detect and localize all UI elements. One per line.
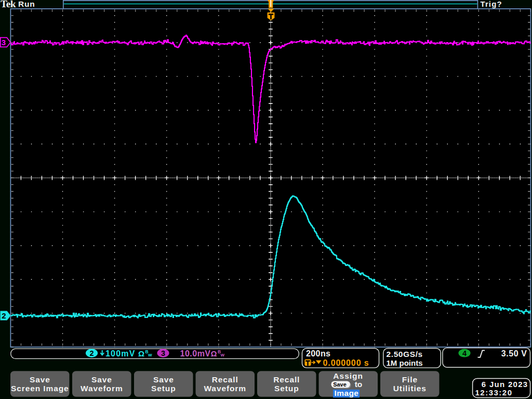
svg-text:2.50GS/s: 2.50GS/s xyxy=(387,350,423,358)
svg-text:Waveform: Waveform xyxy=(81,384,123,393)
svg-text:1M points: 1M points xyxy=(387,358,423,367)
svg-text:Image: Image xyxy=(335,389,359,397)
svg-text:4: 4 xyxy=(462,349,467,357)
svg-text:Tek: Tek xyxy=(1,0,16,9)
svg-text:Save: Save xyxy=(153,375,174,384)
svg-text:Ω: Ω xyxy=(211,349,217,358)
svg-text:Save: Save xyxy=(333,381,347,388)
svg-text:6 Jun 2023: 6 Jun 2023 xyxy=(482,380,528,389)
svg-text:Screen Image: Screen Image xyxy=(11,384,69,393)
svg-text:File: File xyxy=(402,375,418,384)
svg-text:Trig?: Trig? xyxy=(481,0,502,8)
svg-text:to: to xyxy=(355,380,363,389)
svg-text:Recall: Recall xyxy=(273,375,300,384)
svg-text:0.000000 s: 0.000000 s xyxy=(323,358,369,367)
svg-text:Run: Run xyxy=(18,0,35,8)
svg-text:10.0mV: 10.0mV xyxy=(180,349,211,358)
svg-text:Save: Save xyxy=(91,375,112,384)
svg-text:Ω: Ω xyxy=(138,349,144,358)
svg-text:Save: Save xyxy=(30,375,50,384)
svg-text:100mV: 100mV xyxy=(105,349,136,358)
svg-text:12:33:20: 12:33:20 xyxy=(475,388,513,397)
svg-text:W: W xyxy=(148,353,152,357)
svg-text:W: W xyxy=(221,353,225,357)
svg-text:Recall: Recall xyxy=(212,375,238,384)
svg-text:Assign: Assign xyxy=(333,371,363,380)
svg-text:2: 2 xyxy=(89,349,94,357)
svg-text:3.50 V: 3.50 V xyxy=(501,349,527,358)
svg-text:Setup: Setup xyxy=(151,384,176,393)
svg-text:Waveform: Waveform xyxy=(204,384,246,393)
svg-text:3: 3 xyxy=(2,38,6,47)
svg-text:Setup: Setup xyxy=(274,384,299,393)
svg-text:2: 2 xyxy=(2,311,6,320)
svg-text:Utilities: Utilities xyxy=(393,384,427,393)
svg-text:3: 3 xyxy=(161,349,165,357)
svg-text:200ns: 200ns xyxy=(306,349,330,358)
